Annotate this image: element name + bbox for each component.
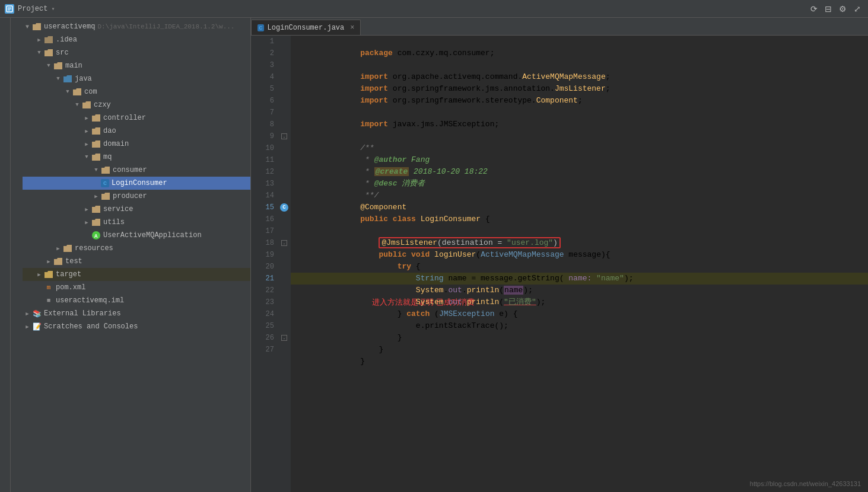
- mq-label: mq: [103, 153, 112, 161]
- idea-label: .idea: [56, 36, 77, 44]
- line-num-24: 24: [251, 308, 278, 320]
- editor-tab-login-consumer[interactable]: c LoginConsumer.java ×: [251, 20, 361, 35]
- root-label: useractivemq: [44, 23, 95, 31]
- tree-item-consumer[interactable]: ▼ consumer: [23, 164, 250, 177]
- line-num-11: 11: [251, 154, 278, 166]
- tree-item-src[interactable]: ▼ src: [23, 46, 250, 59]
- controller-label: controller: [103, 114, 146, 122]
- czxy-label: czxy: [94, 101, 111, 109]
- line-num-17: 17: [251, 225, 278, 237]
- utils-arrow: ▶: [82, 218, 91, 227]
- utils-folder-icon: [91, 218, 101, 227]
- tree-item-java[interactable]: ▼ java: [23, 72, 250, 85]
- producer-label: producer: [113, 192, 147, 200]
- line-num-26: 26: [251, 332, 278, 344]
- consumer-folder-icon: [101, 165, 110, 175]
- line-num-22: 22: [251, 285, 278, 296]
- line-num-7: 7: [251, 107, 278, 119]
- tree-item-main[interactable]: ▼ main: [23, 59, 250, 72]
- code-content-area[interactable]: package com.czxy.mq.consumer; import org…: [291, 36, 868, 492]
- tree-item-com[interactable]: ▼ com: [23, 85, 250, 98]
- src-label: src: [56, 49, 69, 57]
- line-num-4: 4: [251, 71, 278, 83]
- tree-item-utils[interactable]: ▶ utils: [23, 216, 250, 229]
- idea-folder-icon: [44, 35, 53, 44]
- test-folder-icon: [53, 257, 63, 266]
- tree-item-login-consumer[interactable]: c LoginConsumer: [23, 177, 250, 190]
- editor-area: c LoginConsumer.java × 1 2 3 4 5 6 7 8 9: [251, 18, 868, 492]
- line-num-8: 8: [251, 119, 278, 130]
- fold-marker-18[interactable]: -: [281, 240, 287, 246]
- code-line-1: package com.czxy.mq.consumer;: [291, 36, 868, 47]
- com-arrow: ▼: [63, 87, 72, 97]
- target-arrow: ▶: [34, 270, 44, 279]
- app-icon: A: [91, 231, 101, 240]
- project-tree: ▼ useractivemq D:\java\IntelliJ_IDEA_201…: [23, 18, 250, 492]
- mq-arrow: ▼: [82, 152, 91, 162]
- line-num-14: 14: [251, 190, 278, 202]
- test-arrow: ▶: [44, 257, 53, 266]
- tree-item-test[interactable]: ▶ test: [23, 255, 250, 268]
- collapse-button[interactable]: ⊟: [822, 3, 834, 15]
- line-num-16: 16: [251, 213, 278, 225]
- line-num-21: 21: [251, 273, 278, 285]
- idea-arrow: ▶: [34, 35, 44, 44]
- tree-item-domain[interactable]: ▶ domain: [23, 138, 250, 151]
- tree-item-mq[interactable]: ▼ mq: [23, 151, 250, 164]
- code-lines: package com.czxy.mq.consumer; import org…: [291, 36, 868, 356]
- main-content: ▼ useractivemq D:\java\IntelliJ_IDEA_201…: [0, 18, 868, 492]
- ext-libs-icon: 📚: [32, 309, 42, 318]
- java-folder-icon: [63, 74, 72, 84]
- tab-label: LoginConsumer.java: [268, 24, 345, 32]
- java-label: java: [75, 75, 92, 83]
- tree-item-idea[interactable]: ▶ .idea: [23, 33, 250, 46]
- tree-item-iml[interactable]: ■ useractivemq.iml: [23, 294, 250, 307]
- line-num-6: 6: [251, 95, 278, 107]
- tree-root[interactable]: ▼ useractivemq D:\java\IntelliJ_IDEA_201…: [23, 20, 250, 33]
- producer-folder-icon: [101, 191, 110, 201]
- line-num-25: 25: [251, 320, 278, 332]
- consumer-arrow: ▼: [91, 165, 101, 175]
- project-label[interactable]: Project: [18, 5, 47, 13]
- utils-label: utils: [103, 218, 125, 226]
- resources-arrow: ▶: [53, 244, 63, 253]
- czxy-folder-icon: [82, 100, 91, 110]
- line-num-12: 12: [251, 166, 278, 178]
- scratches-label: Scratches and Consoles: [44, 322, 138, 331]
- tree-item-app[interactable]: A UserActiveMQApplication: [23, 229, 250, 242]
- code-line-17: @JmsListener(destination = "user.log"): [291, 225, 868, 237]
- tree-item-pom[interactable]: m pom.xml: [23, 281, 250, 294]
- project-dropdown-arrow[interactable]: ▾: [51, 5, 55, 12]
- tree-item-producer[interactable]: ▶ producer: [23, 190, 250, 203]
- tree-item-czxy[interactable]: ▼ czxy: [23, 98, 250, 111]
- producer-arrow: ▶: [91, 191, 101, 201]
- root-path: D:\java\IntelliJ_IDEA_2018.1.2\w...: [97, 23, 234, 30]
- tree-item-resources[interactable]: ▶ resources: [23, 242, 250, 255]
- domain-folder-icon: [91, 139, 101, 149]
- dao-arrow: ▶: [82, 126, 91, 136]
- tree-item-scratches[interactable]: ▶ 📝 Scratches and Consoles: [23, 320, 250, 333]
- tree-item-controller[interactable]: ▶ controller: [23, 111, 250, 124]
- mq-folder-icon: [91, 152, 101, 162]
- tree-item-service[interactable]: ▶ service: [23, 203, 250, 216]
- test-label: test: [65, 257, 82, 266]
- tab-close-button[interactable]: ×: [350, 24, 354, 31]
- title-bar: Project ▾ ⟳ ⊟ ⚙ ⤢: [0, 0, 868, 18]
- tree-item-ext-libs[interactable]: ▶ 📚 External Libraries: [23, 307, 250, 320]
- line-num-10: 10: [251, 142, 278, 154]
- dao-folder-icon: [91, 126, 101, 136]
- expand-button[interactable]: ⤢: [851, 3, 863, 15]
- left-stripe: [0, 18, 11, 492]
- tree-item-dao[interactable]: ▶ dao: [23, 124, 250, 138]
- tree-item-target[interactable]: ▶ target: [23, 268, 250, 281]
- settings-gear-button[interactable]: ⚙: [837, 3, 849, 15]
- fold-marker-26[interactable]: -: [281, 335, 287, 341]
- src-folder-icon: [44, 48, 53, 57]
- iml-label: useractivemq.iml: [56, 296, 124, 305]
- service-label: service: [103, 205, 133, 213]
- fold-marker-9[interactable]: -: [281, 133, 287, 139]
- com-folder-icon: [72, 87, 82, 97]
- sync-button[interactable]: ⟳: [808, 3, 820, 15]
- com-label: com: [84, 88, 97, 96]
- service-arrow: ▶: [82, 205, 91, 214]
